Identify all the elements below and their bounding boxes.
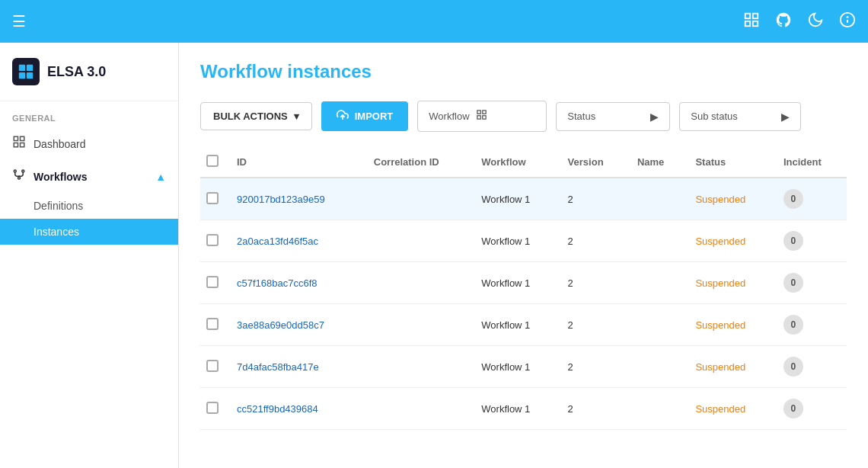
cell-workflow: Workflow 1: [472, 262, 558, 304]
svg-rect-3: [745, 21, 750, 25]
cell-incident: 0: [774, 262, 847, 304]
topbar: ☰: [0, 0, 868, 43]
row-checkbox-cell: [200, 178, 228, 220]
bulk-actions-button[interactable]: BULK ACTIONS ▾: [200, 102, 312, 130]
cell-version: 2: [559, 304, 628, 346]
svg-rect-1: [753, 13, 758, 18]
svg-rect-8: [27, 65, 33, 71]
cell-status: Suspended: [686, 220, 774, 262]
svg-point-17: [18, 177, 21, 179]
status-badge: Suspended: [695, 361, 745, 373]
svg-rect-23: [482, 116, 485, 119]
table-row: 2a0aca13fd46f5ac Workflow 1 2 Suspended …: [200, 220, 847, 262]
workflows-icon: [12, 168, 26, 185]
topbar-right: [743, 11, 856, 32]
status-arrow-icon: ▶: [650, 111, 659, 123]
row-checkbox[interactable]: [206, 318, 219, 330]
row-checkbox-cell: [200, 220, 228, 262]
svg-point-16: [22, 170, 24, 172]
row-checkbox[interactable]: [206, 276, 219, 288]
cell-name: [628, 346, 686, 388]
sidebar-dashboard-label: Dashboard: [34, 138, 86, 150]
status-badge: Suspended: [695, 194, 745, 205]
header-checkbox-cell: [200, 147, 228, 178]
svg-rect-20: [477, 111, 480, 114]
cell-correlation-id: [365, 220, 473, 262]
table-row: cc521ff9bd439684 Workflow 1 2 Suspended …: [200, 388, 847, 430]
sidebar-item-workflows[interactable]: Workflows ▲: [0, 160, 178, 193]
cell-correlation-id: [365, 346, 473, 388]
sidebar-item-instances[interactable]: Instances: [0, 219, 178, 245]
menu-icon[interactable]: ☰: [12, 12, 26, 30]
status-filter[interactable]: Status ▶: [556, 102, 670, 131]
svg-rect-9: [19, 72, 25, 79]
cell-id[interactable]: 7d4afac58fba417e: [228, 346, 365, 388]
col-header-incident: Incident: [774, 147, 847, 178]
table-row: 7d4afac58fba417e Workflow 1 2 Suspended …: [200, 346, 847, 388]
svg-rect-10: [27, 72, 33, 79]
cell-workflow: Workflow 1: [472, 178, 558, 220]
workflow-filter[interactable]: Workflow: [417, 101, 547, 132]
sidebar-sub-nav: Definitions Instances: [0, 193, 178, 245]
incident-badge: 0: [783, 399, 803, 418]
cell-name: [628, 304, 686, 346]
table-body: 920017bd123a9e59 Workflow 1 2 Suspended …: [200, 178, 847, 430]
bookmark-icon[interactable]: [743, 11, 760, 32]
logo-icon: [12, 58, 40, 85]
cell-incident: 0: [774, 178, 847, 220]
cell-incident: 0: [774, 220, 847, 262]
cell-incident: 0: [774, 388, 847, 430]
row-checkbox-cell: [200, 346, 228, 388]
row-checkbox[interactable]: [206, 192, 219, 204]
row-checkbox-cell: [200, 304, 228, 346]
cell-status: Suspended: [686, 262, 774, 304]
cell-correlation-id: [365, 178, 473, 220]
cell-version: 2: [559, 220, 628, 262]
info-icon[interactable]: [839, 11, 856, 32]
sidebar-item-definitions[interactable]: Definitions: [0, 193, 178, 219]
dashboard-icon: [12, 135, 26, 152]
bulk-actions-label: BULK ACTIONS: [213, 111, 288, 122]
substatus-filter[interactable]: Sub status ▶: [679, 102, 801, 131]
incident-badge: 0: [783, 189, 803, 209]
cell-id[interactable]: 3ae88a69e0dd58c7: [228, 304, 365, 346]
table-row: 920017bd123a9e59 Workflow 1 2 Suspended …: [200, 178, 847, 220]
sidebar-item-dashboard[interactable]: Dashboard: [0, 127, 178, 160]
row-checkbox[interactable]: [206, 234, 219, 246]
instances-label: Instances: [34, 226, 79, 238]
cell-workflow: Workflow 1: [472, 304, 558, 346]
status-badge: Suspended: [695, 403, 745, 415]
status-filter-label: Status: [567, 111, 595, 122]
substatus-arrow-icon: ▶: [781, 111, 790, 123]
github-icon[interactable]: [775, 11, 792, 32]
row-checkbox[interactable]: [206, 360, 219, 372]
cell-version: 2: [559, 178, 628, 220]
cell-correlation-id: [365, 262, 473, 304]
svg-rect-11: [14, 136, 18, 140]
sidebar-workflows-label: Workflows: [34, 171, 88, 183]
cell-workflow: Workflow 1: [472, 220, 558, 262]
cell-status: Suspended: [686, 304, 774, 346]
cell-id[interactable]: cc521ff9bd439684: [228, 388, 365, 430]
cell-name: [628, 220, 686, 262]
import-button[interactable]: IMPORT: [321, 101, 409, 131]
col-header-workflow: Workflow: [472, 147, 558, 178]
cell-version: 2: [559, 388, 628, 430]
main-content: Workflow instances BULK ACTIONS ▾ IMPORT…: [179, 43, 868, 468]
select-all-checkbox[interactable]: [206, 155, 219, 167]
svg-rect-21: [482, 111, 485, 114]
cell-name: [628, 178, 686, 220]
sidebar-general-label: General: [0, 101, 178, 127]
col-header-name: Name: [628, 147, 686, 178]
cell-id[interactable]: 920017bd123a9e59: [228, 178, 365, 220]
row-checkbox[interactable]: [206, 402, 219, 414]
cell-id[interactable]: c57f168bac7cc6f8: [228, 262, 365, 304]
col-header-id: ID: [228, 147, 365, 178]
moon-icon[interactable]: [807, 11, 824, 32]
cell-id[interactable]: 2a0aca13fd46f5ac: [228, 220, 365, 262]
col-header-correlation-id: Correlation ID: [365, 147, 473, 178]
cell-name: [628, 388, 686, 430]
sidebar: ELSA 3.0 General Dashboard Workflows ▲ D…: [0, 43, 179, 468]
bulk-actions-chevron-icon: ▾: [294, 111, 299, 122]
incident-badge: 0: [783, 357, 803, 377]
